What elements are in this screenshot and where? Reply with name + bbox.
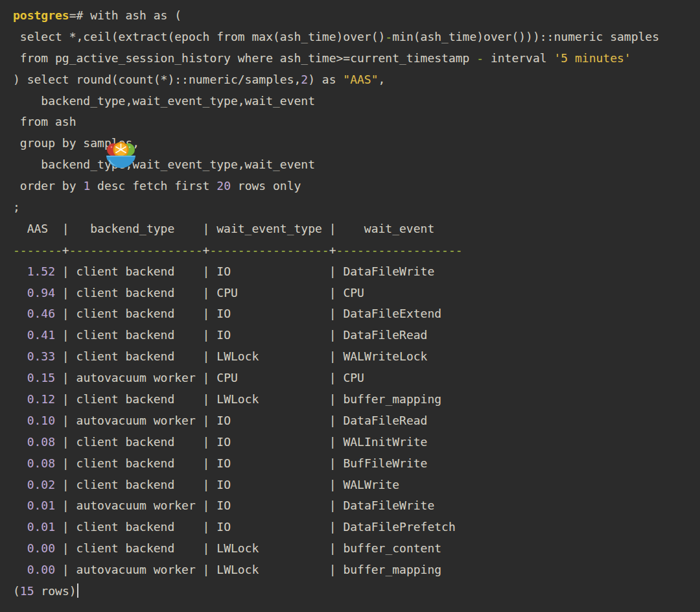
table-row: 0.33 | client backend | LWLock | WALWrit… xyxy=(13,346,700,368)
query-line: select *,ceil(extract(epoch from max(ash… xyxy=(13,27,700,48)
table-row: 0.01 | autovacuum worker | IO | DataFile… xyxy=(13,495,700,517)
table-row: 0.08 | client backend | IO | BufFileWrit… xyxy=(13,453,700,475)
table-row: 0.94 | client backend | CPU | CPU xyxy=(13,283,700,304)
table-row: 0.02 | client backend | IO | WALWrite xyxy=(13,475,700,496)
table-row: 0.12 | client backend | LWLock | buffer_… xyxy=(13,389,700,410)
terminal-window: postgres=# with ash as ( select *,ceil(e… xyxy=(0,0,700,612)
row-count-line: (15 rows) xyxy=(13,581,700,602)
query-line: from pg_active_session_history where ash… xyxy=(13,48,700,69)
table-row: 0.00 | client backend | LWLock | buffer_… xyxy=(13,538,700,559)
table-row: 0.00 | autovacuum worker | LWLock | buff… xyxy=(13,559,700,581)
terminal-body: postgres=# with ash as ( select *,ceil(e… xyxy=(13,5,700,602)
table-row: 0.10 | autovacuum worker | IO | DataFile… xyxy=(13,410,700,432)
query-line: from ash xyxy=(13,112,700,133)
table-row: 0.15 | autovacuum worker | CPU | CPU xyxy=(13,368,700,389)
query-line: group by samples, xyxy=(13,133,700,154)
query-line: backend_type,wait_event_type,wait_event xyxy=(13,154,700,176)
table-header-row: AAS | backend_type | wait_event_type | w… xyxy=(13,218,700,240)
table-row: 0.41 | client backend | IO | DataFileRea… xyxy=(13,325,700,346)
table-separator: -------+-------------------+------------… xyxy=(13,240,700,261)
query-line: ) select round(count(*)::numeric/samples… xyxy=(13,69,700,91)
text-cursor xyxy=(77,583,78,598)
query-line: ; xyxy=(13,197,700,218)
table-row: 0.46 | client backend | IO | DataFileExt… xyxy=(13,303,700,325)
table-row: 0.01 | client backend | IO | DataFilePre… xyxy=(13,517,700,538)
table-row: 1.52 | client backend | IO | DataFileWri… xyxy=(13,261,700,283)
query-line: postgres=# with ash as ( xyxy=(13,5,700,27)
query-line: backend_type,wait_event_type,wait_event xyxy=(13,91,700,112)
table-row: 0.08 | client backend | IO | WALInitWrit… xyxy=(13,432,700,453)
query-line: order by 1 desc fetch first 20 rows only xyxy=(13,176,700,197)
